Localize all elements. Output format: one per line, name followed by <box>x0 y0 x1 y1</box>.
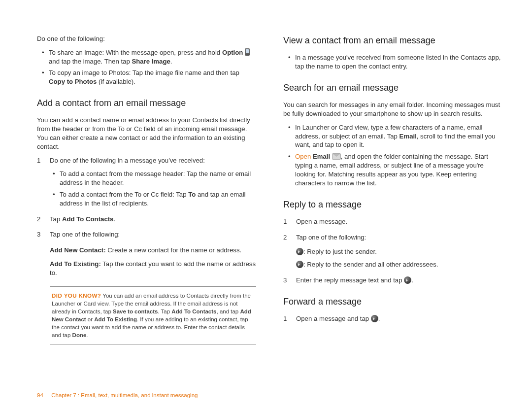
page-footer: 94 Chapter 7 : Email, text, multimedia, … <box>37 392 198 398</box>
text: Open a message and tap <box>296 315 371 322</box>
search-description: You can search for messages in any email… <box>283 101 502 118</box>
text: Tap one of the following: <box>50 231 120 238</box>
bold: Add New Contact: <box>50 246 106 254</box>
text: , and tap <box>217 308 240 314</box>
bold: Email <box>311 153 330 160</box>
bold: Save to contacts <box>113 308 158 314</box>
forward-icon <box>371 315 378 322</box>
step-2: Tap Add To Contacts. <box>37 215 256 224</box>
right-column: View a contact from an email message In … <box>283 34 502 347</box>
bold: Add To Existing <box>94 316 137 322</box>
text: To add a contact from the To or Cc field… <box>60 191 188 198</box>
bold: Email <box>399 133 417 140</box>
document-page: Do one of the following: To share an ima… <box>0 0 532 411</box>
two-column-layout: Do one of the following: To share an ima… <box>37 34 502 347</box>
open-link[interactable]: Open <box>295 153 311 160</box>
chapter-label: Chapter 7 : Email, text, multimedia, and… <box>51 392 198 398</box>
tip-lead: DID YOU KNOW? <box>52 293 101 299</box>
text: . <box>170 58 172 65</box>
text: or <box>86 316 95 322</box>
heading-reply: Reply to a message <box>283 199 502 210</box>
heading-add-contact: Add a contact from an email message <box>37 97 256 109</box>
text: : Reply to just the sender. <box>303 248 377 255</box>
text: . <box>378 315 380 322</box>
add-contact-description: You can add a contact name or email addr… <box>37 116 256 151</box>
text: : Reply to the sender and all other addr… <box>303 261 438 268</box>
text: To share an image: With the message open… <box>49 49 222 56</box>
heading-forward: Forward a message <box>283 296 502 308</box>
bold: Copy to Photos <box>49 78 97 85</box>
step-1: Do one of the following in a message you… <box>37 156 256 208</box>
heading-search: Search for an email message <box>283 82 502 94</box>
text: . <box>86 332 88 338</box>
reply-icon <box>296 248 303 255</box>
bullet-launcher-search: In Launcher or Card view, type a few cha… <box>290 123 502 149</box>
step-3: Tap one of the following: <box>37 230 256 239</box>
search-bullets: In Launcher or Card view, type a few cha… <box>283 123 502 188</box>
reply-step-2: Tap one of the following: : Reply to jus… <box>283 233 502 269</box>
option-add-existing: Add To Existing: Tap the contact you wan… <box>37 260 256 277</box>
bold: Add To Contacts <box>171 308 216 314</box>
sub-bullet-to-cc: To add a contact from the To or Cc field… <box>55 190 256 208</box>
page-number: 94 <box>37 392 50 398</box>
text: Do one of the following in a message you… <box>50 157 205 164</box>
reply-all-icon <box>296 261 303 268</box>
reply-step-3: Enter the reply message text and tap . <box>283 276 502 285</box>
text: To copy an image to Photos: Tap the imag… <box>49 69 239 76</box>
text: . <box>411 276 413 284</box>
bold: Share Image <box>132 58 170 65</box>
step1-sub-bullets: To add a contact from the message header… <box>50 170 256 207</box>
reply-option-sender: : Reply to just the sender. <box>296 247 502 256</box>
text: (if available). <box>97 78 135 85</box>
forward-steps: Open a message and tap . <box>283 314 502 323</box>
reply-step-1: Open a message. <box>283 217 502 226</box>
email-icon <box>332 153 341 160</box>
option-add-new: Add New Contact: Create a new contact fo… <box>37 246 256 255</box>
bold: Option <box>222 49 243 56</box>
bold: Add To Existing: <box>50 260 101 268</box>
text: . <box>113 215 115 223</box>
intro-text: Do one of the following: <box>37 34 256 43</box>
reply-steps: Open a message. Tap one of the following… <box>283 217 502 285</box>
bold: To <box>188 191 196 198</box>
text: Enter the reply message text and tap <box>296 276 404 284</box>
did-you-know-box: DID YOU KNOW? You can add an email addre… <box>50 286 256 345</box>
bullet-share-image: To share an image: With the message open… <box>44 48 256 66</box>
text: Tap <box>50 215 62 223</box>
bullet-copy-photos: To copy an image to Photos: Tap the imag… <box>44 68 256 86</box>
reply-option-all: : Reply to the sender and all other addr… <box>296 260 502 269</box>
text: . Tap <box>158 308 171 314</box>
bullet-open-email-search: Open Email , and open the folder contain… <box>290 152 502 187</box>
text: and tap the image. Then tap <box>49 58 132 65</box>
bullet-view-contact: In a message you've received from someon… <box>290 53 502 71</box>
bold: Add To Contacts <box>62 215 114 223</box>
send-icon <box>404 276 411 284</box>
add-contact-steps: Do one of the following in a message you… <box>37 156 256 240</box>
sub-bullet-header: To add a contact from the message header… <box>55 170 256 187</box>
text: Tap one of the following: <box>296 234 366 241</box>
text: Create a new contact for the name or add… <box>106 246 242 254</box>
heading-view-contact: View a contact from an email message <box>283 34 502 46</box>
forward-step-1: Open a message and tap . <box>283 314 502 323</box>
option-key-icon <box>245 48 250 56</box>
intro-bullets: To share an image: With the message open… <box>37 48 256 86</box>
bold: Done <box>72 332 87 338</box>
left-column: Do one of the following: To share an ima… <box>37 34 256 347</box>
view-contact-bullets: In a message you've received from someon… <box>283 53 502 71</box>
